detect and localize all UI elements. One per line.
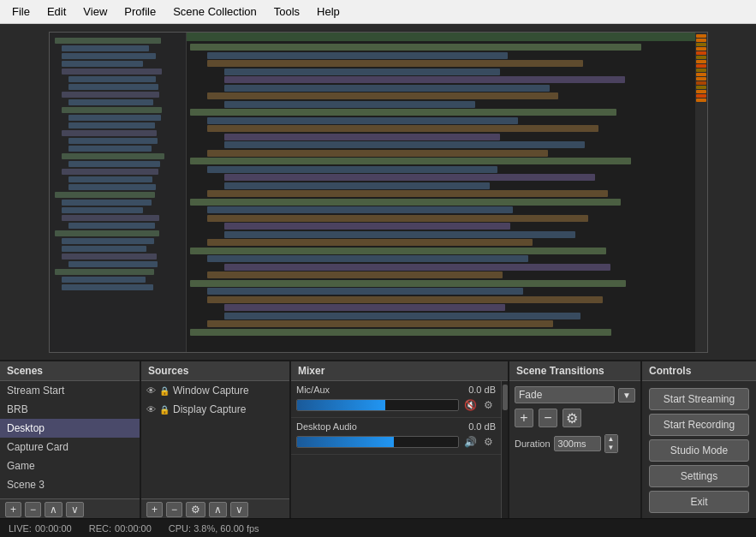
visibility-icon-2: 👁: [146, 404, 156, 415]
mixer-channel-desktop: Desktop Audio 0.0 dB 🔊 ⚙: [291, 418, 501, 455]
scenes-moveup-btn[interactable]: ∧: [45, 502, 63, 517]
transitions-content: Fade Cut Swipe Slide ▼ + − ⚙ Duration: [509, 381, 640, 520]
scenes-add-btn[interactable]: +: [5, 502, 21, 517]
scene-item-desktop[interactable]: Desktop: [0, 419, 140, 438]
exit-btn[interactable]: Exit: [649, 491, 749, 513]
menu-edit[interactable]: Edit: [39, 2, 74, 21]
rec-status: REC: 00:00:00: [89, 523, 152, 534]
source-label-window: Window Capture: [173, 385, 249, 397]
rec-label: REC:: [89, 523, 111, 534]
menu-tools[interactable]: Tools: [265, 2, 308, 21]
sources-toolbar: + − ⚙ ∧ ∨: [141, 498, 289, 520]
scene-item-brb[interactable]: BRB: [0, 400, 140, 419]
sources-list: 👁 🔒 Window Capture 👁 🔒 Display Capture: [141, 381, 289, 498]
sources-add-btn[interactable]: +: [146, 502, 163, 517]
menu-help[interactable]: Help: [308, 2, 348, 21]
statusbar: LIVE: 00:00:00 REC: 00:00:00 CPU: 3.8%, …: [0, 518, 756, 537]
mixer-desktop-settings-btn[interactable]: ⚙: [480, 434, 496, 450]
scenes-remove-btn[interactable]: −: [25, 502, 41, 517]
scene-item-capture-card[interactable]: Capture Card: [0, 438, 140, 456]
start-streaming-btn[interactable]: Start Streaming: [649, 388, 749, 410]
preview-area: [0, 24, 756, 360]
scene-item-scene3[interactable]: Scene 3: [0, 475, 140, 494]
scenes-header: Scenes: [0, 361, 140, 381]
settings-btn[interactable]: Settings: [649, 465, 749, 487]
sources-settings-btn[interactable]: ⚙: [186, 502, 205, 517]
start-recording-btn[interactable]: Start Recording: [649, 414, 749, 436]
preview-canvas: [49, 32, 708, 353]
mixer-channel-mic: Mic/Aux 0.0 dB 🔇 ⚙: [291, 381, 501, 418]
transitions-remove-btn[interactable]: −: [539, 409, 557, 427]
menu-view[interactable]: View: [74, 2, 116, 21]
cpu-label: CPU: 3.8%, 60.00 fps: [169, 523, 259, 534]
menu-file[interactable]: File: [3, 2, 39, 21]
mixer-desktop-bar[interactable]: [296, 436, 459, 448]
scenes-toolbar: + − ∧ ∨: [0, 498, 140, 520]
transitions-panel: Scene Transitions Fade Cut Swipe Slide ▼…: [509, 361, 642, 520]
scene-item-stream-start[interactable]: Stream Start: [0, 381, 140, 400]
mixer-desktop-label: Desktop Audio: [296, 421, 357, 432]
duration-input[interactable]: [554, 436, 601, 451]
live-label: LIVE:: [9, 523, 32, 534]
studio-mode-btn[interactable]: Studio Mode: [649, 439, 749, 462]
mixer-mic-mute-btn[interactable]: 🔇: [462, 397, 478, 413]
bottom-panel: Scenes Stream Start BRB Desktop Capture …: [0, 360, 756, 518]
scenes-movedown-btn[interactable]: ∨: [66, 502, 84, 517]
scenes-list: Stream Start BRB Desktop Capture Card Ga…: [0, 381, 140, 498]
cpu-status: CPU: 3.8%, 60.00 fps: [169, 523, 259, 534]
mixer-mic-settings-btn[interactable]: ⚙: [480, 397, 496, 413]
mixer-content: Mic/Aux 0.0 dB 🔇 ⚙: [291, 381, 508, 520]
transitions-select[interactable]: Fade Cut Swipe Slide: [515, 386, 615, 403]
lock-icon-1: 🔒: [159, 386, 170, 396]
duration-spinner: ▲ ▼: [604, 434, 618, 453]
lock-icon-2: 🔒: [159, 405, 170, 415]
sources-header: Sources: [141, 361, 289, 381]
duration-up-btn[interactable]: ▲: [605, 435, 617, 444]
sources-remove-btn[interactable]: −: [166, 502, 182, 517]
live-time: 00:00:00: [35, 523, 72, 534]
scene-item-game[interactable]: Game: [0, 456, 140, 475]
mixer-mic-bar[interactable]: [296, 399, 459, 411]
transitions-select-arrow: ▼: [618, 388, 635, 403]
controls-content: Start Streaming Start Recording Studio M…: [642, 381, 756, 520]
mixer-mic-label: Mic/Aux: [296, 385, 330, 395]
duration-down-btn[interactable]: ▼: [605, 444, 617, 452]
sources-movedown-btn[interactable]: ∨: [230, 502, 248, 517]
controls-panel: Controls Start Streaming Start Recording…: [642, 361, 756, 520]
source-label-display: Display Capture: [173, 403, 246, 415]
mixer-panel: Mixer Mic/Aux 0.0 dB: [291, 361, 509, 520]
menu-profile[interactable]: Profile: [116, 2, 164, 21]
transitions-header: Scene Transitions: [509, 361, 640, 381]
scenes-panel: Scenes Stream Start BRB Desktop Capture …: [0, 361, 141, 520]
transitions-add-btn[interactable]: +: [515, 409, 533, 427]
mixer-header: Mixer: [291, 361, 508, 381]
controls-header: Controls: [642, 361, 756, 381]
transitions-settings-btn[interactable]: ⚙: [563, 409, 581, 427]
sources-moveup-btn[interactable]: ∧: [209, 502, 227, 517]
source-item-display-capture[interactable]: 👁 🔒 Display Capture: [141, 400, 289, 419]
mixer-desktop-mute-btn[interactable]: 🔊: [462, 434, 478, 450]
mixer-desktop-db: 0.0 dB: [468, 421, 496, 432]
live-status: LIVE: 00:00:00: [9, 523, 72, 534]
menu-scene-collection[interactable]: Scene Collection: [164, 2, 265, 21]
duration-label: Duration: [515, 439, 551, 449]
menubar: File Edit View Profile Scene Collection …: [0, 0, 756, 24]
sources-panel: Sources 👁 🔒 Window Capture 👁 🔒 Display C…: [141, 361, 291, 520]
source-item-window-capture[interactable]: 👁 🔒 Window Capture: [141, 381, 289, 400]
visibility-icon: 👁: [146, 385, 156, 396]
mixer-mic-db: 0.0 dB: [468, 385, 496, 395]
rec-time: 00:00:00: [115, 523, 152, 534]
